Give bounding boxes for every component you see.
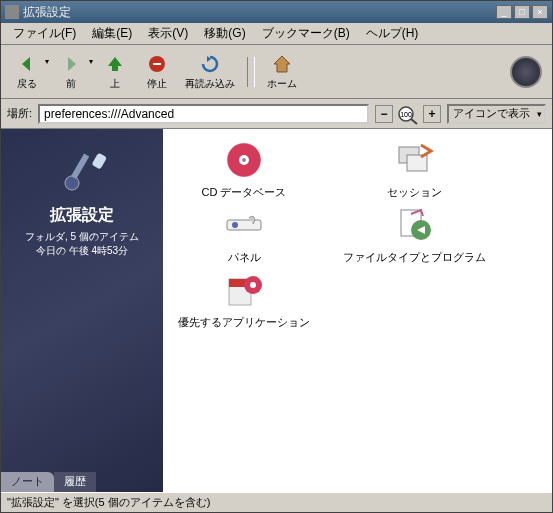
svg-rect-7 xyxy=(91,152,107,169)
up-label: 上 xyxy=(110,77,120,91)
item-cd-database[interactable]: CD データベース xyxy=(169,139,319,200)
forward-button[interactable]: 前 xyxy=(51,51,91,93)
minimize-button[interactable]: _ xyxy=(496,5,512,19)
back-dropdown[interactable]: ▾ xyxy=(45,57,49,66)
stop-icon xyxy=(146,53,168,75)
maximize-button[interactable]: □ xyxy=(514,5,530,19)
menu-bookmarks[interactable]: ブックマーク(B) xyxy=(254,23,358,44)
home-icon xyxy=(271,53,293,75)
reload-label: 再読み込み xyxy=(185,77,235,91)
status-bar: "拡張設定" を選択(5 個のアイテムを含む) xyxy=(1,492,552,512)
home-button[interactable]: ホーム xyxy=(261,51,303,93)
close-button[interactable]: × xyxy=(532,5,548,19)
item-preferred-apps[interactable]: 優先するアプリケーション xyxy=(169,269,319,330)
sidebar-icon xyxy=(52,139,112,199)
toolbar-separator xyxy=(247,57,255,87)
forward-icon xyxy=(60,53,82,75)
item-label: 優先するアプリケーション xyxy=(178,315,310,330)
stop-label: 停止 xyxy=(147,77,167,91)
svg-point-11 xyxy=(242,158,246,162)
body: 拡張設定 フォルダ, 5 個のアイテム 今日の 午後 4時53分 ノート 履歴 … xyxy=(1,129,552,492)
svg-line-3 xyxy=(411,119,417,124)
menu-file[interactable]: ファイル(F) xyxy=(5,23,84,44)
reload-icon xyxy=(199,53,221,75)
location-bar: 場所: − 100 + アイコンで表示 xyxy=(1,99,552,129)
up-button[interactable]: 上 xyxy=(95,51,135,93)
forward-dropdown[interactable]: ▾ xyxy=(89,57,93,66)
panel-icon xyxy=(223,204,265,246)
toolbar: 戻る ▾ 前 ▾ 上 停止 再読み込み ホーム xyxy=(1,45,552,99)
item-session[interactable]: セッション xyxy=(339,139,489,200)
item-panel[interactable]: パネル xyxy=(169,204,319,265)
sidebar-meta-items: フォルダ, 5 個のアイテム xyxy=(5,230,159,244)
item-label: ファイルタイプとプログラム xyxy=(343,250,486,265)
view-mode-label: アイコンで表示 xyxy=(453,106,530,121)
svg-text:100: 100 xyxy=(400,111,412,118)
preferred-apps-icon xyxy=(223,269,265,311)
throbber-icon xyxy=(510,56,542,88)
reload-button[interactable]: 再読み込み xyxy=(179,51,241,93)
location-label: 場所: xyxy=(7,106,32,121)
up-icon xyxy=(104,53,126,75)
item-label: CD データベース xyxy=(202,185,287,200)
content-pane[interactable]: CD データベース セッション パネル ファイルタイプとプログラム 優先するアプ… xyxy=(163,129,552,492)
zoom-control: − 100 + xyxy=(375,103,441,125)
filetypes-icon xyxy=(393,204,435,246)
back-label: 戻る xyxy=(17,77,37,91)
item-label: セッション xyxy=(387,185,442,200)
menu-view[interactable]: 表示(V) xyxy=(140,23,196,44)
menu-help[interactable]: ヘルプ(H) xyxy=(358,23,427,44)
item-filetypes[interactable]: ファイルタイプとプログラム xyxy=(339,204,489,265)
app-icon xyxy=(5,5,19,19)
stop-button[interactable]: 停止 xyxy=(137,51,177,93)
svg-point-21 xyxy=(250,282,256,288)
svg-rect-6 xyxy=(71,153,89,179)
menu-go[interactable]: 移動(G) xyxy=(196,23,253,44)
cd-icon xyxy=(223,139,265,181)
sidebar: 拡張設定 フォルダ, 5 個のアイテム 今日の 午後 4時53分 ノート 履歴 xyxy=(1,129,163,492)
item-label: パネル xyxy=(228,250,261,265)
home-label: ホーム xyxy=(267,77,297,91)
menubar: ファイル(F) 編集(E) 表示(V) 移動(G) ブックマーク(B) ヘルプ(… xyxy=(1,23,552,45)
status-text: "拡張設定" を選択(5 個のアイテムを含む) xyxy=(7,495,210,510)
forward-label: 前 xyxy=(66,77,76,91)
back-icon xyxy=(16,53,38,75)
zoom-value: 100 xyxy=(393,103,423,125)
sidebar-meta: フォルダ, 5 個のアイテム 今日の 午後 4時53分 xyxy=(1,230,163,258)
svg-rect-1 xyxy=(153,63,161,65)
tab-history[interactable]: 履歴 xyxy=(54,472,96,492)
svg-point-5 xyxy=(65,176,79,190)
view-mode-select[interactable]: アイコンで表示 xyxy=(447,104,546,124)
window: 拡張設定 _ □ × ファイル(F) 編集(E) 表示(V) 移動(G) ブック… xyxy=(0,0,553,513)
session-icon xyxy=(393,139,435,181)
back-button[interactable]: 戻る xyxy=(7,51,47,93)
location-input[interactable] xyxy=(38,104,369,124)
svg-rect-13 xyxy=(407,155,427,171)
window-title: 拡張設定 xyxy=(23,4,494,21)
zoom-out-button[interactable]: − xyxy=(375,105,393,123)
sidebar-tabs: ノート 履歴 xyxy=(1,472,163,492)
zoom-in-button[interactable]: + xyxy=(423,105,441,123)
menu-edit[interactable]: 編集(E) xyxy=(84,23,140,44)
sidebar-title: 拡張設定 xyxy=(1,205,163,226)
titlebar: 拡張設定 _ □ × xyxy=(1,1,552,23)
svg-point-15 xyxy=(232,222,238,228)
tab-notes[interactable]: ノート xyxy=(1,472,54,492)
sidebar-meta-time: 今日の 午後 4時53分 xyxy=(5,244,159,258)
